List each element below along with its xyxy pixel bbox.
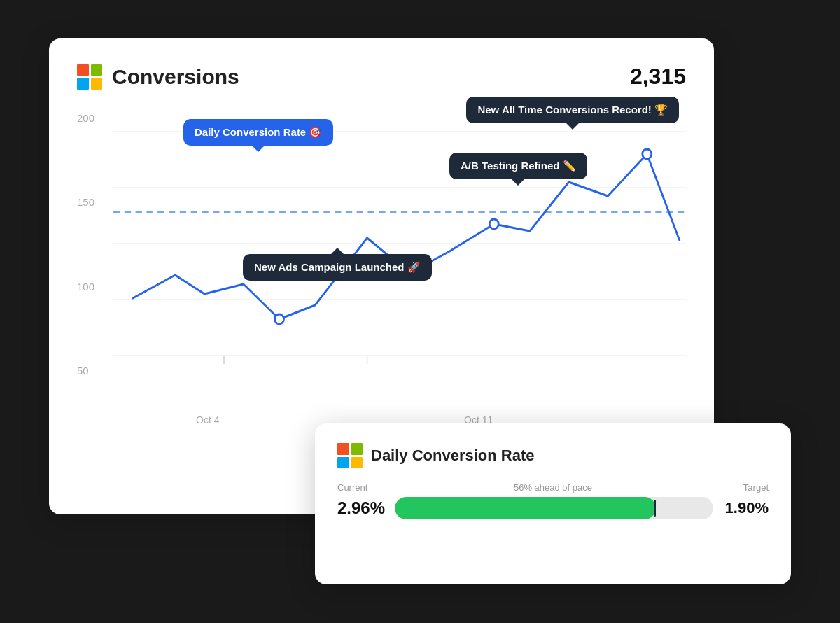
chart-svg-wrap: Daily Conversion Rate 🎯 New Ads Campaign… — [113, 111, 686, 377]
y-axis: 200 150 100 50 — [77, 111, 94, 377]
y-label-50: 50 — [77, 365, 94, 377]
ms-logo-s-q4 — [351, 457, 363, 469]
secondary-header: Daily Conversion Rate — [337, 443, 769, 468]
svg-point-7 — [489, 219, 498, 229]
ms-logo — [77, 64, 102, 90]
ms-logo-secondary — [337, 443, 363, 468]
y-label-100: 100 — [77, 281, 94, 293]
y-label-150: 150 — [77, 196, 94, 208]
metric-labels: Current 56% ahead of pace Target — [337, 482, 769, 493]
progress-bar-wrap — [395, 497, 713, 519]
progress-bar — [395, 497, 656, 519]
ms-logo-s-q2 — [351, 443, 363, 455]
ms-logo-s-q1 — [337, 443, 349, 455]
y-label-200: 200 — [77, 112, 94, 124]
secondary-card: Daily Conversion Rate Current 56% ahead … — [315, 424, 791, 584]
main-card-header: Conversions 2,315 — [77, 64, 686, 90]
title-group: Conversions — [77, 64, 239, 90]
target-label: Target — [727, 482, 769, 493]
ms-logo-q3 — [77, 78, 89, 90]
secondary-card-title: Daily Conversion Rate — [371, 447, 535, 465]
current-label: Current — [337, 482, 379, 493]
main-card-title: Conversions — [112, 65, 239, 89]
svg-point-8 — [643, 149, 652, 159]
target-value: 1.90% — [723, 499, 769, 517]
metric-values: 2.96% 1.90% — [337, 497, 769, 519]
svg-point-6 — [275, 314, 284, 324]
current-value: 2.96% — [337, 498, 385, 518]
ms-logo-q2 — [91, 64, 103, 76]
chart-svg — [113, 111, 686, 377]
ms-logo-s-q3 — [337, 457, 349, 469]
ms-logo-q4 — [91, 78, 103, 90]
pace-label: 56% ahead of pace — [379, 482, 727, 493]
main-card-value: 2,315 — [630, 64, 686, 90]
scene: Conversions 2,315 200 150 100 50 — [49, 38, 791, 584]
ms-logo-q1 — [77, 64, 89, 76]
chart-area: 200 150 100 50 — [77, 111, 686, 433]
progress-marker — [654, 500, 656, 517]
